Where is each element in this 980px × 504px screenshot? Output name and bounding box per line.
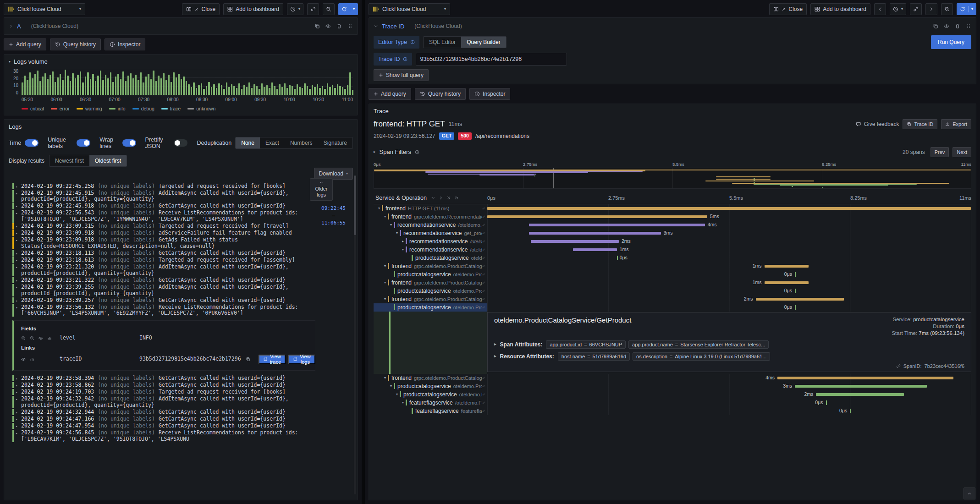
span-link-icon[interactable] [482,392,487,397]
attribute-chip[interactable]: os.description=Alpine Linux 3.19.0 (Linu… [633,352,770,361]
drag-handle-icon[interactable] [966,23,971,29]
expand-all-icon[interactable] [454,196,459,200]
span-name-cell[interactable]: ▾frontendHTTP GET (11ms) [374,204,487,213]
query-history-button[interactable]: Query history [50,38,101,50]
span-toggle-icon[interactable]: ▾ [388,223,394,227]
filter-out-value-icon[interactable] [30,336,34,340]
add-query-button[interactable]: Add query [369,88,411,100]
add-to-dashboard-button[interactable]: Add to dashboard [810,3,870,15]
span-row[interactable]: ▾frontendgrpc.oteldemo.RecommendationSer… [374,213,971,221]
span-toggle-icon[interactable]: ▾ [382,376,388,380]
span-timeline-cell[interactable]: 3ms [487,229,971,237]
inspector-button[interactable]: Inspector [105,38,145,50]
span-row[interactable]: ▾featureflagservice/oteldemo.Feat...0μs [374,399,971,407]
span-row[interactable]: ▾recommendationservice/otelde...1ms [374,246,971,254]
log-row[interactable]: ▸2024-02-19 09:22:56.543(no unique label… [12,210,315,222]
editor-mode-sql-editor[interactable]: SQL Editor [424,37,461,48]
span-row[interactable]: ▾recommendationservice/oteldemo.Rec...4m… [374,221,971,229]
span-toggle-icon[interactable]: ▾ [388,384,394,388]
next-span-button[interactable]: Next [952,147,971,157]
expand-log-icon[interactable]: ▸ [16,298,18,304]
span-bar[interactable] [529,232,661,235]
expand-log-icon[interactable]: ▸ [16,224,18,230]
span-bar[interactable] [487,207,971,210]
span-timeline-cell[interactable]: 2ms [487,390,971,399]
span-name-cell[interactable]: ▾frontendgrpc.oteldemo.ProductCatalogSer… [374,279,487,287]
span-toggle-icon[interactable]: ▾ [400,400,406,405]
zoom-out-button[interactable] [323,3,335,15]
span-row[interactable]: productcatalogserviceoteldemo.Produc...0… [374,303,971,312]
span-bar[interactable] [756,298,844,301]
span-row[interactable]: ▾frontendHTTP GET (11ms) [374,204,971,213]
drag-handle-icon[interactable] [347,23,353,29]
prettify-json-toggle[interactable] [174,139,187,147]
log-row[interactable]: ▸2024-02-19 09:23:21.322(no unique label… [12,277,315,284]
delete-query-icon[interactable] [955,23,960,29]
span-link-icon[interactable] [482,280,487,285]
editor-mode-query-builder[interactable]: Query Builder [461,37,506,48]
span-timeline-cell[interactable]: 5ms [487,213,971,221]
span-toggle-icon[interactable]: ▾ [376,206,382,210]
span-toggle-icon[interactable]: ▸ [400,239,406,243]
time-picker-button[interactable]: ▾ [287,3,303,15]
span-timeline-cell[interactable]: 1ms [487,262,971,270]
span-filters-label[interactable]: Span Filters [380,148,411,155]
expand-log-icon[interactable]: ▸ [16,423,18,430]
span-timeline-cell[interactable]: 0μs [487,407,971,415]
span-toggle-icon[interactable]: ▾ [400,247,406,252]
view-logs-button[interactable]: View logs [288,355,315,364]
toggle-query-icon[interactable] [944,23,949,29]
expand-log-icon[interactable]: ▸ [16,251,18,257]
log-row[interactable]: ▸2024-02-19 09:24:19.703(no unique label… [12,389,315,395]
collapse-query-icon[interactable] [374,24,378,28]
dedup-option-numbers[interactable]: Numbers [285,137,318,148]
span-link-icon[interactable] [482,239,487,244]
span-tick[interactable] [826,400,827,405]
span-name-cell[interactable]: ▾productcatalogserviceoteldemo.Produc... [374,382,487,390]
span-bar[interactable] [765,281,809,284]
wrap-lines-toggle[interactable] [122,139,136,147]
span-name-cell[interactable]: ▾recommendationservice/otelde... [374,246,487,254]
add-query-button[interactable]: Add query [4,38,46,50]
log-row[interactable]: ▸2024-02-19 09:24:56.845(no unique label… [12,430,315,442]
span-tick[interactable] [795,289,796,293]
span-link-icon[interactable] [482,289,487,293]
span-tick[interactable] [617,256,618,260]
span-timeline-cell[interactable]: 4ms [487,221,971,229]
span-row[interactable]: ▾frontendgrpc.oteldemo.ProductCatalogSer… [374,262,971,270]
span-name-cell[interactable]: ▾frontendgrpc.oteldemo.RecommendationSer… [374,213,487,221]
span-row[interactable]: ▾recommendationserviceget_produc...3ms [374,229,971,237]
expand-log-icon[interactable]: ▸ [16,396,18,403]
expand-log-icon[interactable]: ▸ [16,416,18,423]
span-timeline-cell[interactable]: 3ms [487,382,971,390]
span-toggle-icon[interactable]: ▾ [382,264,388,268]
span-timeline-cell[interactable] [487,204,971,213]
span-name-cell[interactable]: ▾recommendationserviceget_produc... [374,229,487,237]
span-name-cell[interactable]: productcatalogserviceoteldemo.Produc... [374,270,487,279]
span-name-cell[interactable]: ▾frontendgrpc.oteldemo.ProductCatalogSer… [374,374,487,382]
unique-labels-toggle[interactable] [77,139,90,147]
span-timeline-cell[interactable]: 0μs [487,287,971,295]
info-icon[interactable] [403,57,407,61]
log-row[interactable]: ▾2024-02-19 09:23:56.132(no unique label… [12,304,315,317]
expand-log-icon[interactable]: ▸ [16,184,18,190]
log-row[interactable]: ▸2024-02-19 09:23:18.113(no unique label… [12,250,315,257]
expand-log-icon[interactable]: ▸ [16,410,18,416]
span-name-cell[interactable]: ▾frontendgrpc.oteldemo.ProductCatalogSer… [374,262,487,270]
span-bar[interactable] [795,385,927,388]
expand-log-icon[interactable]: ▸ [16,264,18,271]
visualize-icon[interactable] [21,357,26,362]
minimap-strip[interactable] [374,168,971,189]
span-tick[interactable] [795,272,796,277]
log-row[interactable]: ▸2024-02-19 09:23:39.255(no unique label… [12,284,315,296]
pane-resize-handle[interactable] [362,0,365,504]
span-link-icon[interactable] [482,206,487,211]
log-row[interactable]: ▸2024-02-19 09:24:47.166(no unique label… [12,416,315,422]
stats-icon[interactable] [47,336,52,340]
time-picker-button[interactable]: ▾ [890,3,906,15]
log-row[interactable]: ▸2024-02-19 09:23:58.862(no unique label… [12,382,315,389]
log-row[interactable]: ▸2024-02-19 09:24:32.942(no unique label… [12,396,315,408]
refresh-button[interactable]: ▾ [338,3,358,15]
move-pane-right-button[interactable] [925,3,937,15]
dedup-option-exact[interactable]: Exact [260,137,285,148]
